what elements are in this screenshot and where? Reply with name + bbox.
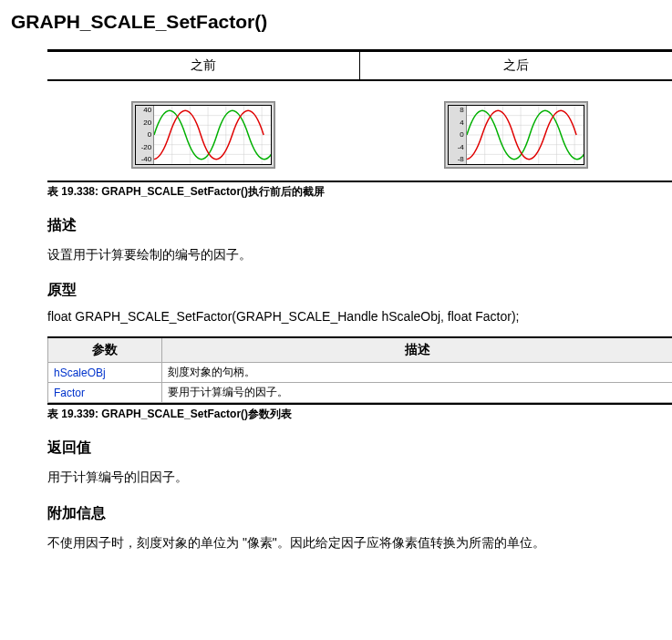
- param-row: Factor 要用于计算编号的因子。: [48, 383, 673, 403]
- table-caption-1: 表 19.338: GRAPH_SCALE_SetFactor()执行前后的截屏: [47, 181, 672, 200]
- heading-addinfo: 附加信息: [11, 504, 672, 523]
- prototype-text: float GRAPH_SCALE_SetFactor(GRAPH_SCALE_…: [11, 309, 672, 324]
- col-before: 之前: [47, 51, 360, 81]
- chart-after-yticks: 8 4 0 -4 -8: [449, 106, 467, 164]
- param-name: hScaleOBj: [48, 363, 162, 383]
- params-col-name: 参数: [48, 337, 162, 363]
- chart-after-plot: [467, 106, 584, 164]
- param-desc: 刻度对象的句柄。: [162, 363, 673, 383]
- chart-after: 8 4 0 -4 -8: [444, 101, 588, 169]
- heading-prototype: 原型: [11, 281, 672, 300]
- description-text: 设置用于计算要绘制的编号的因子。: [11, 244, 672, 264]
- heading-return: 返回值: [11, 439, 672, 458]
- chart-before-yticks: 40 20 0 -20 -40: [136, 106, 154, 164]
- addinfo-text: 不使用因子时，刻度对象的单位为 "像素"。因此给定因子应将像素值转换为所需的单位…: [11, 532, 672, 552]
- return-text: 用于计算编号的旧因子。: [11, 467, 672, 487]
- chart-before-plot: [154, 106, 271, 164]
- params-col-desc: 描述: [162, 337, 673, 363]
- param-name: Factor: [48, 383, 162, 403]
- page-title: GRAPH_SCALE_SetFactor(): [11, 11, 672, 33]
- heading-description: 描述: [11, 216, 672, 235]
- param-row: hScaleOBj 刻度对象的句柄。: [48, 363, 673, 383]
- params-table: 参数 描述 hScaleOBj 刻度对象的句柄。 Factor 要用于计算编号的…: [47, 336, 672, 403]
- chart-before: 40 20 0 -20 -40: [131, 101, 275, 169]
- col-after: 之后: [360, 51, 673, 81]
- table-caption-2: 表 19.339: GRAPH_SCALE_SetFactor()参数列表: [47, 403, 672, 422]
- param-desc: 要用于计算编号的因子。: [162, 383, 673, 403]
- before-after-table: 之前 之后 40 20 0 -20 -40: [47, 49, 672, 177]
